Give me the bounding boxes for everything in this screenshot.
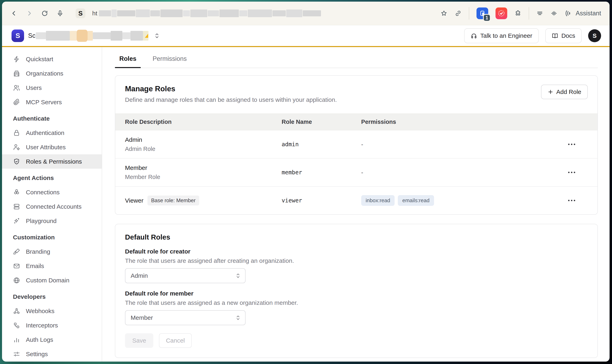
environment-switcher[interactable]: Sc bbox=[28, 30, 160, 42]
warning-triangle-icon bbox=[144, 33, 150, 39]
add-role-button[interactable]: Add Role bbox=[541, 85, 588, 99]
sidebar-item-interceptors[interactable]: Interceptors bbox=[2, 318, 102, 333]
timer-extension-icon[interactable] bbox=[496, 7, 507, 19]
main-content: Roles Permissions Manage Roles Define an… bbox=[102, 47, 610, 362]
reload-icon[interactable] bbox=[41, 10, 48, 17]
docs-button[interactable]: Docs bbox=[545, 28, 582, 43]
microphone-icon[interactable] bbox=[57, 10, 64, 17]
chevron-up-down-icon bbox=[154, 32, 160, 39]
voice-waveform-icon[interactable] bbox=[551, 10, 557, 17]
sidebar-item-label: Roles & Permissions bbox=[26, 158, 82, 165]
sidebar-item-emails[interactable]: Emails bbox=[2, 259, 102, 273]
row-menu-button[interactable] bbox=[566, 198, 577, 203]
cancel-button[interactable]: Cancel bbox=[159, 333, 192, 348]
assistant-label: Assistant bbox=[576, 10, 601, 17]
envelope-icon bbox=[13, 262, 20, 270]
building-icon bbox=[13, 70, 20, 77]
manage-roles-description: Define and manage roles that can be assi… bbox=[125, 96, 337, 103]
manage-roles-title: Manage Roles bbox=[125, 85, 337, 93]
toolbar-right-group: 1 Assistant bbox=[441, 7, 601, 20]
sidebar-item-webhooks[interactable]: Webhooks bbox=[2, 304, 102, 318]
role-title: Admin bbox=[125, 136, 281, 143]
creator-role-select[interactable]: Admin bbox=[125, 268, 246, 283]
extensions-puzzle-icon[interactable] bbox=[515, 10, 521, 17]
reading-list-icon[interactable] bbox=[536, 10, 543, 17]
password-extension-icon[interactable]: 1 bbox=[476, 7, 488, 19]
mcp-icon bbox=[13, 99, 20, 106]
sidebar-item-users[interactable]: Users bbox=[2, 81, 102, 95]
sidebar-section-developers: Developers bbox=[2, 289, 102, 304]
role-name: member bbox=[281, 169, 361, 176]
role-subtitle: Admin Role bbox=[125, 146, 281, 152]
lock-icon bbox=[13, 129, 20, 137]
sidebar-item-label: Authentication bbox=[26, 130, 64, 136]
sidebar-item-authentication[interactable]: Authentication bbox=[2, 126, 102, 140]
chevron-up-down-icon bbox=[236, 273, 241, 279]
talk-to-engineer-button[interactable]: Talk to an Engineer bbox=[464, 28, 539, 43]
toolbar-divider bbox=[529, 7, 529, 20]
tab-permissions[interactable]: Permissions bbox=[148, 55, 191, 68]
manage-roles-heading-group: Manage Roles Define and manage roles tha… bbox=[125, 85, 337, 103]
sidebar-item-label: Users bbox=[26, 84, 42, 91]
avatar-letter: S bbox=[593, 32, 597, 39]
sidebar-item-mcp-servers[interactable]: MCP Servers bbox=[2, 95, 102, 109]
address-bar[interactable]: ht bbox=[92, 10, 321, 17]
forward-icon[interactable] bbox=[26, 10, 33, 17]
sidebar-item-connections[interactable]: Connections bbox=[2, 185, 102, 199]
copy-link-icon[interactable] bbox=[455, 10, 461, 17]
sidebar-item-organizations[interactable]: Organizations bbox=[2, 66, 102, 81]
sidebar-item-custom-domain[interactable]: Custom Domain bbox=[2, 273, 102, 287]
org-name-text: Sc bbox=[28, 32, 35, 39]
browser-nav-group bbox=[11, 10, 64, 17]
role-title: Member bbox=[125, 164, 281, 171]
column-role-description: Role Description bbox=[115, 118, 281, 125]
creator-role-value: Admin bbox=[131, 272, 148, 279]
row-menu-button[interactable] bbox=[566, 170, 577, 175]
member-role-select[interactable]: Member bbox=[125, 310, 246, 325]
sidebar-item-label: Settings bbox=[26, 351, 48, 358]
browser-toolbar: S ht 1 Assistant bbox=[2, 2, 610, 25]
roles-table-header: Role Description Role Name Permissions bbox=[115, 113, 598, 130]
sliders-icon bbox=[13, 351, 20, 358]
sidebar-item-label: Custom Domain bbox=[26, 277, 69, 284]
manage-roles-card: Manage Roles Define and manage roles tha… bbox=[115, 75, 598, 215]
tab-roles[interactable]: Roles bbox=[115, 55, 141, 68]
tab-bar: Roles Permissions bbox=[115, 55, 598, 68]
sidebar-item-user-attributes[interactable]: User Attributes bbox=[2, 140, 102, 154]
sidebar-item-label: Interceptors bbox=[26, 322, 58, 329]
users-icon bbox=[13, 84, 20, 91]
sidebar-item-playground[interactable]: Playground bbox=[2, 214, 102, 228]
assistant-button[interactable]: Assistant bbox=[565, 10, 601, 17]
sidebar-item-label: Playground bbox=[26, 218, 57, 224]
docs-label: Docs bbox=[561, 32, 575, 39]
logo-letter: S bbox=[15, 32, 20, 39]
default-role-member-field: Default role for member The role that us… bbox=[125, 290, 588, 325]
sidebar-item-label: Auth Logs bbox=[26, 336, 53, 343]
sidebar-item-roles-permissions[interactable]: Roles & Permissions bbox=[2, 154, 102, 169]
default-roles-card: Default Roles Default role for creator T… bbox=[115, 224, 598, 358]
back-icon[interactable] bbox=[11, 10, 17, 17]
sidebar-item-auth-logs[interactable]: Auth Logs bbox=[2, 333, 102, 347]
roles-table: Role Description Role Name Permissions A… bbox=[115, 113, 598, 214]
table-row-admin: Admin Admin Role admin - bbox=[115, 130, 598, 158]
permission-badge: emails:read bbox=[398, 195, 434, 206]
headphones-icon bbox=[471, 33, 477, 39]
sidebar-item-label: Connected Accounts bbox=[26, 203, 82, 210]
sidebar-item-connected-accounts[interactable]: Connected Accounts bbox=[2, 199, 102, 214]
creator-description: The role that users are assigned after c… bbox=[125, 257, 588, 264]
user-avatar[interactable]: S bbox=[588, 29, 601, 42]
app-body: Quickstart Organizations Users MCP Serve… bbox=[2, 47, 610, 362]
webhook-icon bbox=[13, 307, 20, 315]
bookmark-star-icon[interactable] bbox=[441, 10, 447, 17]
cubes-icon bbox=[13, 189, 20, 196]
shield-check-icon bbox=[13, 158, 20, 165]
sidebar-item-quickstart[interactable]: Quickstart bbox=[2, 52, 102, 66]
globe-icon bbox=[13, 277, 20, 284]
sidebar-item-branding[interactable]: Branding bbox=[2, 244, 102, 259]
sidebar-section-agent-actions: Agent Actions bbox=[2, 171, 102, 185]
row-menu-button[interactable] bbox=[566, 142, 577, 147]
sidebar-item-settings[interactable]: Settings bbox=[2, 347, 102, 361]
role-permissions: - bbox=[361, 141, 535, 148]
column-permissions: Permissions bbox=[361, 118, 535, 125]
save-button[interactable]: Save bbox=[125, 333, 153, 348]
